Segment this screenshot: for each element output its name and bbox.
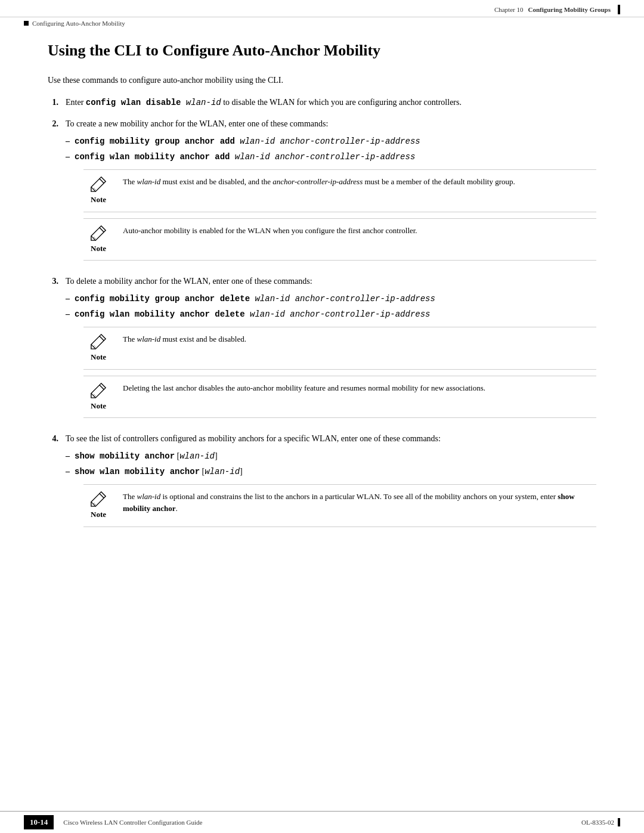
main-content: Using the CLI to Configure Auto-Anchor M…: [0, 29, 644, 565]
note-3b-text: Deleting the last anchor disables the au…: [123, 382, 596, 412]
note-2a-text: The wlan-id must exist and be disabled, …: [123, 176, 596, 206]
note-2b-label: Note: [91, 243, 106, 255]
breadcrumb-icon: [24, 21, 29, 26]
intro-text: Use these commands to configure auto-anc…: [48, 74, 596, 86]
page-number: 10-14: [24, 815, 54, 829]
note-3a-icon-area: Note: [83, 333, 113, 363]
step-1-text-suffix: to disable the WLAN for which you are co…: [221, 98, 462, 107]
step-3-cmd2: config wlan mobility anchor delete: [75, 309, 245, 319]
note-3a-label: Note: [91, 351, 106, 363]
step-2-bullet-2: – config wlan mobility anchor add wlan-i…: [66, 150, 596, 163]
note-4a-label: Note: [91, 509, 106, 521]
step-4-bullet-2: – show wlan mobility anchor [wlan-id]: [66, 465, 596, 478]
step-3-cmd1-italic: wlan-id anchor-controller-ip-address: [250, 294, 435, 304]
footer-right: OL-8335-02: [581, 818, 620, 826]
step-2-bullet-1: – config mobility group anchor add wlan-…: [66, 135, 596, 148]
note-3a-text: The wlan-id must exist and be disabled.: [123, 333, 596, 363]
note-3b: Note Deleting the last anchor disables t…: [83, 376, 596, 419]
note-2b-icon-area: Note: [83, 225, 113, 255]
step-2-cmd1-italic: wlan-id anchor-controller-ip-address: [235, 137, 420, 146]
page-header: Chapter 10 Configuring Mobility Groups: [0, 0, 644, 17]
note-2a-icon-area: Note: [83, 176, 113, 206]
steps-list: 1. Enter config wlan disable wlan-id to …: [48, 96, 596, 533]
step-4-cmd2-bracket-close: ]: [240, 467, 243, 476]
note-3a: Note The wlan-id must exist and be disab…: [83, 327, 596, 370]
step-1-text-prefix: Enter: [66, 98, 86, 107]
note-pencil-icon: [90, 176, 107, 193]
step-4: 4. To see the list of controllers config…: [48, 432, 596, 533]
step-4-text: To see the list of controllers configure…: [66, 434, 441, 443]
step-4-cmd1-bracket: [: [175, 451, 179, 460]
step-4-cmd1-bracket-close: ]: [215, 451, 218, 460]
note-2b: Note Auto-anchor mobility is enabled for…: [83, 218, 596, 261]
step-4-cmd2-italic: wlan-id: [205, 467, 240, 476]
note-pencil-icon-3b: [90, 382, 107, 399]
step-4-cmd1: show mobility anchor: [75, 451, 175, 461]
step-3-bullet-2: – config wlan mobility anchor delete wla…: [66, 308, 596, 321]
step-4-num: 4.: [48, 432, 58, 533]
step-2-cmd2-italic: wlan-id anchor-controller-ip-address: [230, 152, 415, 162]
note-pencil-icon-2b: [90, 225, 107, 241]
step-4-cmd2: show wlan mobility anchor: [75, 467, 200, 476]
step-2-cmd1: config mobility group anchor add: [75, 137, 235, 146]
note-2b-text: Auto-anchor mobility is enabled for the …: [123, 225, 596, 255]
step-1-content: Enter config wlan disable wlan-id to dis…: [66, 96, 596, 109]
step-3-cmd1: config mobility group anchor delete: [75, 294, 250, 304]
header-chapter: Chapter 10 Configuring Mobility Groups: [494, 5, 620, 14]
step-4-bullets: – show mobility anchor [wlan-id] – show …: [66, 450, 596, 478]
step-2-text: To create a new mobility anchor for the …: [66, 119, 328, 128]
step-3-text: To delete a mobility anchor for the WLAN…: [66, 277, 312, 286]
note-4a-icon-area: Note: [83, 491, 113, 521]
step-2-content: To create a new mobility anchor for the …: [66, 117, 596, 267]
step-1: 1. Enter config wlan disable wlan-id to …: [48, 96, 596, 109]
footer-doc-title: Cisco Wireless LAN Controller Configurat…: [63, 819, 202, 826]
page-title: Using the CLI to Configure Auto-Anchor M…: [48, 41, 596, 60]
step-3-num: 3.: [48, 275, 58, 424]
step-1-cmd-italic: wlan-id: [181, 98, 221, 107]
note-pencil-icon-4a: [90, 491, 107, 507]
step-2-bullets: – config mobility group anchor add wlan-…: [66, 135, 596, 163]
step-3-cmd2-italic: wlan-id anchor-controller-ip-address: [245, 309, 431, 319]
step-1-num: 1.: [48, 96, 58, 109]
step-3-bullets: – config mobility group anchor delete wl…: [66, 292, 596, 321]
breadcrumb-text: Configuring Auto-Anchor Mobility: [32, 20, 125, 27]
step-4-bullet-1: – show mobility anchor [wlan-id]: [66, 450, 596, 463]
header-bar: [618, 5, 620, 14]
page-footer: 10-14 Cisco Wireless LAN Controller Conf…: [0, 811, 644, 833]
note-4a-text: The wlan-id is optional and constrains t…: [123, 491, 596, 521]
chapter-label: Chapter 10: [494, 6, 524, 13]
note-pencil-icon-3a: [90, 333, 107, 350]
footer-left: 10-14 Cisco Wireless LAN Controller Conf…: [24, 815, 202, 829]
step-4-cmd1-italic: wlan-id: [179, 451, 215, 461]
note-2a: Note The wlan-id must exist and be disab…: [83, 169, 596, 212]
step-4-content: To see the list of controllers configure…: [66, 432, 596, 533]
step-2: 2. To create a new mobility anchor for t…: [48, 117, 596, 267]
step-4-cmd2-bracket: [: [200, 467, 205, 476]
breadcrumb: Configuring Auto-Anchor Mobility: [0, 17, 644, 29]
note-3b-label: Note: [91, 400, 106, 412]
step-2-cmd2: config wlan mobility anchor add: [75, 152, 230, 162]
step-1-cmd: config wlan disable: [86, 98, 181, 107]
chapter-title-header: Configuring Mobility Groups: [528, 6, 611, 13]
footer-doc-num: OL-8335-02: [581, 819, 614, 826]
footer-bar: [618, 818, 620, 826]
note-3b-icon-area: Note: [83, 382, 113, 412]
note-4a: Note The wlan-id is optional and constra…: [83, 484, 596, 527]
step-3-bullet-1: – config mobility group anchor delete wl…: [66, 292, 596, 305]
note-2a-label: Note: [91, 194, 106, 206]
step-3-content: To delete a mobility anchor for the WLAN…: [66, 275, 596, 424]
step-2-num: 2.: [48, 117, 58, 267]
step-3: 3. To delete a mobility anchor for the W…: [48, 275, 596, 424]
